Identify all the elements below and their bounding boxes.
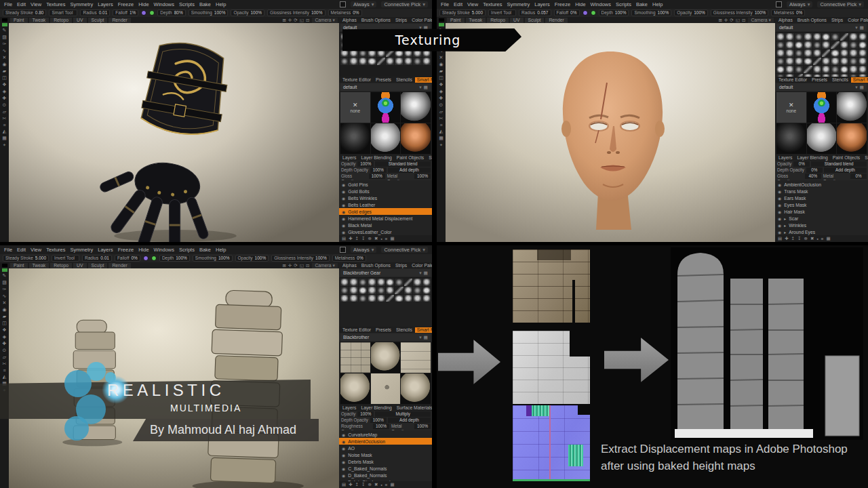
- smart-material[interactable]: [340, 373, 370, 404]
- layer-action-icon[interactable]: ↧: [797, 236, 801, 241]
- brush-alpha[interactable]: [822, 33, 830, 41]
- panel-tab[interactable]: Color Palette: [410, 18, 432, 23]
- tool-icon[interactable]: ▱: [3, 109, 6, 115]
- brush-alpha[interactable]: [340, 295, 349, 302]
- eye-icon[interactable]: ◉: [342, 460, 345, 464]
- brush-alpha[interactable]: [804, 49, 812, 57]
- menu-item[interactable]: Textures: [483, 1, 502, 7]
- brush-alpha[interactable]: [377, 279, 385, 286]
- menu-item[interactable]: Freeze: [555, 1, 570, 7]
- tool-icon[interactable]: ❖: [2, 82, 6, 87]
- tool-icon[interactable]: ≡: [3, 123, 5, 127]
- smart-material[interactable]: ✕ none: [776, 92, 806, 123]
- mode-tab[interactable]: Tweak: [466, 18, 486, 23]
- param-value[interactable]: 0%: [793, 161, 810, 167]
- toolbar-checkbox[interactable]: [340, 1, 346, 7]
- tool-icon[interactable]: ▦: [439, 136, 443, 141]
- layer-action-icon[interactable]: ↥: [355, 236, 359, 241]
- tool-icon[interactable]: ✑: [3, 41, 7, 47]
- param-value[interactable]: 100%: [414, 424, 431, 429]
- panel-tab[interactable]: Strips: [393, 263, 409, 268]
- brush-alpha[interactable]: [840, 41, 848, 49]
- mode-tab[interactable]: Tweak: [29, 18, 50, 23]
- layer-action-icon[interactable]: ✚: [349, 482, 352, 487]
- toolbar-field[interactable]: Depth80%: [157, 9, 185, 16]
- brush-alpha[interactable]: [804, 58, 812, 65]
- brush-alpha[interactable]: [813, 66, 821, 73]
- toolbar-field[interactable]: Glossiness Intensity100%: [711, 9, 768, 16]
- brush-alpha[interactable]: [795, 33, 803, 41]
- brush-alpha[interactable]: [859, 66, 867, 73]
- brush-alpha[interactable]: [368, 58, 376, 65]
- tool-icon[interactable]: ⌖: [440, 142, 443, 148]
- material-preset-dropdown[interactable]: default ▾ ▦: [340, 83, 431, 91]
- tool-icon[interactable]: ▨: [2, 280, 7, 285]
- panel-tab[interactable]: Strips: [829, 18, 845, 23]
- menu-item[interactable]: File: [4, 1, 12, 7]
- alpha-preset-dropdown[interactable]: Blackbrother Gear ▾ ▦: [340, 269, 431, 277]
- connective-pick-dropdown[interactable]: Connective Pick ▾: [817, 1, 864, 7]
- blend-mode-dropdown[interactable]: Standard blend: [811, 161, 867, 167]
- tool-icon[interactable]: ◭: [439, 129, 443, 134]
- menu-item[interactable]: Hide: [138, 247, 149, 253]
- brush-alpha[interactable]: [340, 279, 349, 286]
- menu-item[interactable]: File: [4, 247, 12, 253]
- panel-tab[interactable]: Surface Materials: [395, 405, 432, 411]
- brush-alpha[interactable]: [422, 58, 431, 65]
- brush-alpha[interactable]: [377, 58, 385, 65]
- brush-alpha[interactable]: [785, 41, 793, 49]
- toolbar-checkbox[interactable]: [340, 247, 346, 253]
- brush-alpha[interactable]: [804, 66, 812, 73]
- library-icon[interactable]: ▦: [424, 270, 428, 276]
- brush-alpha[interactable]: [785, 58, 793, 65]
- menu-item[interactable]: Textures: [46, 247, 65, 253]
- layer-action-icon[interactable]: ▪: [816, 237, 818, 241]
- eye-icon[interactable]: ◉: [342, 446, 345, 451]
- eye-icon[interactable]: ◉: [342, 473, 345, 478]
- tool-icon[interactable]: ▨: [2, 35, 7, 40]
- eye-icon[interactable]: ◉: [778, 216, 781, 221]
- toolbar-field[interactable]: Falloff1%: [113, 9, 138, 16]
- smart-material[interactable]: [340, 342, 370, 373]
- brush-alpha[interactable]: [404, 279, 412, 286]
- eye-icon[interactable]: ◉: [778, 182, 781, 187]
- tool-icon[interactable]: ⊙: [3, 348, 7, 353]
- eye-icon[interactable]: ◉: [342, 453, 345, 458]
- library-icon[interactable]: ▦: [424, 85, 428, 90]
- brush-alpha[interactable]: [840, 66, 848, 73]
- brush-alpha[interactable]: [849, 58, 857, 65]
- param-value[interactable]: 40%: [805, 174, 821, 179]
- brush-alpha[interactable]: [422, 287, 431, 294]
- connective-pick-dropdown[interactable]: Connective Pick ▾: [381, 247, 428, 253]
- mode-tab[interactable]: Tweak: [29, 263, 50, 268]
- layer-row[interactable]: ◉ Eyes Mask: [775, 201, 868, 208]
- menu-item[interactable]: Layers: [98, 1, 113, 7]
- mode-tab[interactable]: Render: [108, 263, 130, 268]
- menu-item[interactable]: Symmetry: [507, 1, 530, 7]
- eye-icon[interactable]: ◉: [342, 223, 345, 228]
- brush-alpha[interactable]: [822, 49, 830, 57]
- toolbar-field[interactable]: Radius0.01: [82, 255, 112, 262]
- mode-tab[interactable]: Paint: [447, 18, 465, 23]
- brush-alpha[interactable]: [813, 33, 821, 41]
- brush-alpha[interactable]: [859, 58, 867, 65]
- brush-alpha[interactable]: [368, 279, 376, 286]
- eye-icon[interactable]: ◉: [342, 189, 345, 194]
- eye-icon[interactable]: ◉: [342, 196, 345, 201]
- layer-row[interactable]: ◉ Noise Mask: [339, 451, 432, 458]
- layer-row[interactable]: ◉ Gold Bolts: [339, 188, 432, 195]
- blend-mode-dropdown[interactable]: Add depth: [824, 167, 867, 173]
- smart-material[interactable]: [371, 92, 401, 123]
- panel-tab[interactable]: Layer Blending: [795, 155, 829, 161]
- layer-action-icon[interactable]: ▪: [380, 237, 382, 241]
- menu-item[interactable]: Symmetry: [71, 247, 94, 253]
- toolbar-field[interactable]: Steady Stroke5.000: [3, 255, 49, 262]
- menu-item[interactable]: Help: [216, 1, 226, 7]
- smart-material[interactable]: [807, 123, 837, 154]
- always-dropdown[interactable]: Always ▾: [351, 1, 377, 7]
- brush-alpha[interactable]: [859, 49, 867, 57]
- brush-alpha[interactable]: [785, 33, 793, 41]
- toolbar-field[interactable]: Steady Stroke0.80: [3, 9, 46, 16]
- tool-icon[interactable]: ▦: [2, 136, 7, 141]
- brush-alpha[interactable]: [340, 58, 349, 65]
